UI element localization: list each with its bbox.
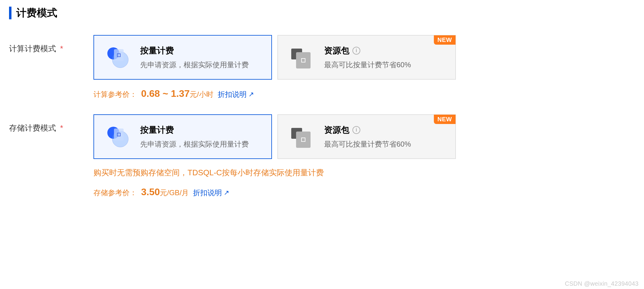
resource-pack-icon xyxy=(290,46,313,69)
external-link-icon: ↗ xyxy=(248,91,254,98)
compute-price-line: 计算参考价： 0.68 ~ 1.37元/小时 折扣说明 ↗ xyxy=(93,88,635,99)
section-title: 计费模式 xyxy=(16,6,57,20)
card-desc: 先申请资源，根据实际使用量计费 xyxy=(140,60,262,70)
card-desc: 先申请资源，根据实际使用量计费 xyxy=(140,139,262,149)
compute-option-resource-pack[interactable]: NEW 资源包 i 最高可比按量计费节省60% xyxy=(277,35,456,80)
link-text: 折扣说明 xyxy=(193,188,222,198)
resource-pack-icon xyxy=(290,125,313,148)
storage-billing-label: 存储计费模式 * xyxy=(9,114,93,133)
external-link-icon: ↗ xyxy=(224,189,229,197)
compute-billing-row: 计算计费模式 * 按量计费 先申请资源，根据实际使用量计费 NEW xyxy=(9,35,635,99)
card-desc: 最高可比按量计费节省60% xyxy=(324,60,446,70)
card-desc: 最高可比按量计费节省60% xyxy=(324,139,446,149)
storage-option-resource-pack[interactable]: NEW 资源包 i 最高可比按量计费节省60% xyxy=(277,114,456,159)
card-title: 按量计费 xyxy=(140,124,262,136)
price-value: 0.68 ~ 1.37 xyxy=(141,88,190,99)
compute-billing-label: 计算计费模式 * xyxy=(9,35,93,54)
storage-billing-body: 按量计费 先申请资源，根据实际使用量计费 NEW 资源包 i 最高可比按量计费节… xyxy=(93,114,635,198)
price-value: 3.50 xyxy=(141,186,160,197)
price-unit: 元/GB/月 xyxy=(160,189,189,197)
compute-option-pay-as-you-go[interactable]: 按量计费 先申请资源，根据实际使用量计费 xyxy=(93,35,272,80)
required-star: * xyxy=(60,123,63,132)
accent-bar xyxy=(9,7,11,19)
compute-card-group: 按量计费 先申请资源，根据实际使用量计费 NEW 资源包 i 最高可比按量计费节… xyxy=(93,35,635,80)
label-text: 存储计费模式 xyxy=(9,123,56,132)
price-label: 计算参考价： xyxy=(93,90,137,99)
storage-option-pay-as-you-go[interactable]: 按量计费 先申请资源，根据实际使用量计费 xyxy=(93,114,272,159)
card-title: 资源包 xyxy=(324,124,349,136)
storage-card-group: 按量计费 先申请资源，根据实际使用量计费 NEW 资源包 i 最高可比按量计费节… xyxy=(93,114,635,159)
storage-price-line: 存储参考价： 3.50元/GB/月 折扣说明 ↗ xyxy=(93,186,635,198)
new-badge: NEW xyxy=(434,35,456,45)
label-text: 计算计费模式 xyxy=(9,44,56,53)
required-star: * xyxy=(60,44,63,53)
new-badge: NEW xyxy=(434,115,456,124)
discount-link[interactable]: 折扣说明 ↗ xyxy=(218,90,254,99)
discount-link[interactable]: 折扣说明 ↗ xyxy=(193,188,229,198)
link-text: 折扣说明 xyxy=(218,90,247,99)
compute-billing-body: 按量计费 先申请资源，根据实际使用量计费 NEW 资源包 i 最高可比按量计费节… xyxy=(93,35,635,99)
pay-as-you-go-icon xyxy=(106,46,129,69)
price-label: 存储参考价： xyxy=(93,188,137,198)
info-icon[interactable]: i xyxy=(352,126,360,134)
card-title: 资源包 xyxy=(324,45,349,56)
info-icon[interactable]: i xyxy=(352,47,360,55)
pay-as-you-go-icon xyxy=(106,125,129,148)
section-header: 计费模式 xyxy=(9,6,635,20)
card-title: 按量计费 xyxy=(140,45,262,56)
storage-billing-row: 存储计费模式 * 按量计费 先申请资源，根据实际使用量计费 NEW xyxy=(9,114,635,198)
storage-note: 购买时无需预购存储空间，TDSQL-C按每小时存储实际使用量计费 xyxy=(93,167,635,178)
price-unit: 元/小时 xyxy=(190,90,213,98)
